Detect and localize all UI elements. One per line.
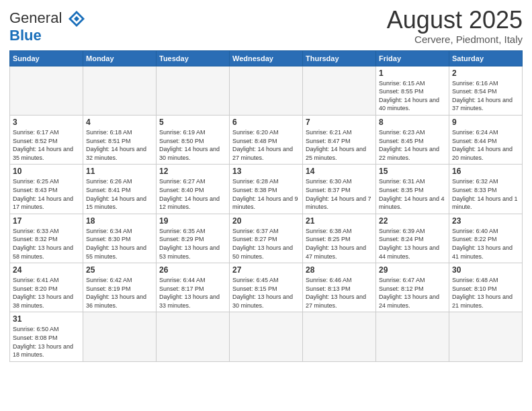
day-info: Sunrise: 6:15 AM Sunset: 8:55 PM Dayligh…: [379, 79, 446, 113]
day-info: Sunrise: 6:24 AM Sunset: 8:44 PM Dayligh…: [452, 128, 519, 162]
page: General Blue August 2025 Cervere, Piedmo…: [0, 0, 532, 411]
calendar-cell: 5Sunrise: 6:19 AM Sunset: 8:50 PM Daylig…: [157, 115, 230, 164]
day-number: 18: [86, 216, 153, 226]
calendar-cell: [303, 66, 376, 115]
day-info: Sunrise: 6:47 AM Sunset: 8:12 PM Dayligh…: [379, 276, 446, 310]
calendar-cell: 23Sunrise: 6:40 AM Sunset: 8:22 PM Dayli…: [449, 214, 523, 263]
day-info: Sunrise: 6:18 AM Sunset: 8:51 PM Dayligh…: [86, 128, 153, 162]
day-info: Sunrise: 6:38 AM Sunset: 8:25 PM Dayligh…: [306, 227, 373, 261]
calendar-cell: 15Sunrise: 6:31 AM Sunset: 8:35 PM Dayli…: [376, 165, 449, 214]
calendar-cell: 14Sunrise: 6:30 AM Sunset: 8:37 PM Dayli…: [303, 165, 376, 214]
calendar-cell: 31Sunrise: 6:50 AM Sunset: 8:08 PM Dayli…: [10, 312, 83, 361]
col-tuesday: Tuesday: [157, 50, 230, 66]
calendar-table: Sunday Monday Tuesday Wednesday Thursday…: [9, 50, 523, 362]
day-number: 15: [379, 167, 446, 176]
day-number: 25: [86, 265, 153, 275]
calendar-cell: 4Sunrise: 6:18 AM Sunset: 8:51 PM Daylig…: [83, 115, 157, 164]
calendar-cell: [449, 312, 523, 361]
day-info: Sunrise: 6:39 AM Sunset: 8:24 PM Dayligh…: [379, 227, 446, 261]
calendar-header-row: Sunday Monday Tuesday Wednesday Thursday…: [10, 50, 523, 66]
calendar-cell: [230, 66, 303, 115]
day-number: 12: [159, 167, 226, 176]
day-number: 8: [379, 118, 446, 127]
calendar-week-row: 24Sunrise: 6:41 AM Sunset: 8:20 PM Dayli…: [10, 263, 523, 312]
calendar-cell: 10Sunrise: 6:25 AM Sunset: 8:43 PM Dayli…: [10, 165, 83, 214]
calendar-cell: 25Sunrise: 6:42 AM Sunset: 8:19 PM Dayli…: [83, 263, 157, 312]
day-number: 27: [232, 265, 300, 275]
day-number: 9: [452, 118, 519, 127]
calendar-cell: 13Sunrise: 6:28 AM Sunset: 8:38 PM Dayli…: [230, 165, 303, 214]
day-info: Sunrise: 6:16 AM Sunset: 8:54 PM Dayligh…: [452, 79, 519, 113]
calendar-cell: 17Sunrise: 6:33 AM Sunset: 8:32 PM Dayli…: [10, 214, 83, 263]
col-thursday: Thursday: [303, 50, 376, 66]
calendar-cell: [230, 312, 303, 361]
day-number: 10: [13, 167, 80, 176]
calendar-cell: 28Sunrise: 6:46 AM Sunset: 8:13 PM Dayli…: [303, 263, 376, 312]
col-friday: Friday: [376, 50, 449, 66]
logo-text: General Blue: [9, 9, 86, 43]
day-number: 30: [452, 265, 519, 275]
calendar-week-row: 10Sunrise: 6:25 AM Sunset: 8:43 PM Dayli…: [10, 165, 523, 214]
day-number: 21: [306, 216, 373, 226]
day-info: Sunrise: 6:37 AM Sunset: 8:27 PM Dayligh…: [232, 227, 300, 261]
day-info: Sunrise: 6:35 AM Sunset: 8:29 PM Dayligh…: [159, 227, 226, 261]
logo-icon: [67, 9, 86, 28]
day-info: Sunrise: 6:21 AM Sunset: 8:47 PM Dayligh…: [306, 128, 373, 162]
calendar-cell: 24Sunrise: 6:41 AM Sunset: 8:20 PM Dayli…: [10, 263, 83, 312]
calendar-cell: 7Sunrise: 6:21 AM Sunset: 8:47 PM Daylig…: [303, 115, 376, 164]
day-info: Sunrise: 6:23 AM Sunset: 8:45 PM Dayligh…: [379, 128, 446, 162]
day-number: 11: [86, 167, 153, 176]
col-wednesday: Wednesday: [230, 50, 303, 66]
calendar-cell: 11Sunrise: 6:26 AM Sunset: 8:41 PM Dayli…: [83, 165, 157, 214]
day-number: 4: [86, 118, 153, 127]
day-info: Sunrise: 6:44 AM Sunset: 8:17 PM Dayligh…: [159, 276, 226, 310]
day-number: 28: [306, 265, 373, 275]
header: General Blue August 2025 Cervere, Piedmo…: [9, 7, 523, 45]
day-number: 16: [452, 167, 519, 176]
col-monday: Monday: [83, 50, 157, 66]
calendar-week-row: 3Sunrise: 6:17 AM Sunset: 8:52 PM Daylig…: [10, 115, 523, 164]
day-number: 22: [379, 216, 446, 226]
day-number: 17: [13, 216, 80, 226]
calendar-cell: 18Sunrise: 6:34 AM Sunset: 8:30 PM Dayli…: [83, 214, 157, 263]
calendar-cell: 20Sunrise: 6:37 AM Sunset: 8:27 PM Dayli…: [230, 214, 303, 263]
calendar-cell: 19Sunrise: 6:35 AM Sunset: 8:29 PM Dayli…: [157, 214, 230, 263]
calendar-cell: 22Sunrise: 6:39 AM Sunset: 8:24 PM Dayli…: [376, 214, 449, 263]
day-number: 13: [232, 167, 300, 176]
calendar-title: August 2025: [387, 7, 523, 34]
calendar-cell: 12Sunrise: 6:27 AM Sunset: 8:40 PM Dayli…: [157, 165, 230, 214]
col-saturday: Saturday: [449, 50, 523, 66]
day-info: Sunrise: 6:41 AM Sunset: 8:20 PM Dayligh…: [13, 276, 80, 310]
calendar-cell: 6Sunrise: 6:20 AM Sunset: 8:48 PM Daylig…: [230, 115, 303, 164]
day-info: Sunrise: 6:33 AM Sunset: 8:32 PM Dayligh…: [13, 227, 80, 261]
calendar-cell: 27Sunrise: 6:45 AM Sunset: 8:15 PM Dayli…: [230, 263, 303, 312]
day-number: 2: [452, 68, 519, 78]
day-number: 7: [306, 118, 373, 127]
calendar-cell: [303, 312, 376, 361]
calendar-cell: 29Sunrise: 6:47 AM Sunset: 8:12 PM Dayli…: [376, 263, 449, 312]
day-number: 19: [159, 216, 226, 226]
day-info: Sunrise: 6:19 AM Sunset: 8:50 PM Dayligh…: [159, 128, 226, 162]
title-block: August 2025 Cervere, Piedmont, Italy: [387, 7, 523, 45]
day-number: 26: [159, 265, 226, 275]
calendar-cell: 26Sunrise: 6:44 AM Sunset: 8:17 PM Dayli…: [157, 263, 230, 312]
calendar-cell: 30Sunrise: 6:48 AM Sunset: 8:10 PM Dayli…: [449, 263, 523, 312]
day-number: 5: [159, 118, 226, 127]
calendar-cell: [10, 66, 83, 115]
day-number: 24: [13, 265, 80, 275]
day-number: 1: [379, 68, 446, 78]
day-number: 3: [13, 118, 80, 127]
day-number: 31: [13, 314, 80, 324]
calendar-week-row: 17Sunrise: 6:33 AM Sunset: 8:32 PM Dayli…: [10, 214, 523, 263]
calendar-week-row: 1Sunrise: 6:15 AM Sunset: 8:55 PM Daylig…: [10, 66, 523, 115]
calendar-cell: 1Sunrise: 6:15 AM Sunset: 8:55 PM Daylig…: [376, 66, 449, 115]
logo: General Blue: [9, 9, 86, 43]
day-info: Sunrise: 6:30 AM Sunset: 8:37 PM Dayligh…: [306, 177, 373, 211]
day-info: Sunrise: 6:32 AM Sunset: 8:33 PM Dayligh…: [452, 177, 519, 211]
day-number: 6: [232, 118, 300, 127]
calendar-cell: [157, 66, 230, 115]
day-info: Sunrise: 6:34 AM Sunset: 8:30 PM Dayligh…: [86, 227, 153, 261]
calendar-subtitle: Cervere, Piedmont, Italy: [387, 34, 523, 45]
calendar-cell: [157, 312, 230, 361]
day-info: Sunrise: 6:48 AM Sunset: 8:10 PM Dayligh…: [452, 276, 519, 310]
